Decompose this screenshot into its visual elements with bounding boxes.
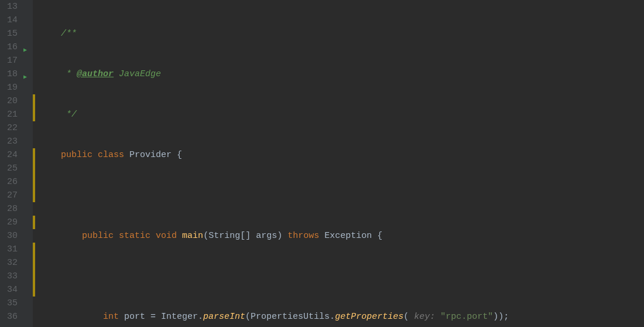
line-number[interactable]: 24 [4,148,18,162]
gutter-markers: ▶▶ [22,0,33,327]
change-marker [33,148,35,202]
line-number[interactable]: 35 [4,297,18,310]
line-number[interactable]: 32 [4,256,18,270]
code-editor[interactable]: 1314151617181920212223242526272829303132… [0,0,644,327]
line-number[interactable]: 25 [4,162,18,175]
line-number[interactable]: 28 [4,202,18,216]
code-line[interactable]: public static void main(String[] args) t… [40,229,572,243]
param-hint: key: [409,312,440,322]
line-number[interactable]: 36 [4,310,18,323]
line-number[interactable]: 21 [4,108,18,121]
line-number[interactable]: 20 [4,94,18,108]
line-number[interactable]: 14 [4,13,18,27]
line-number[interactable]: 16 [4,40,18,54]
change-marker [33,216,35,229]
javadoc-author-tag: @author [77,69,114,79]
code-line[interactable]: */ [40,108,572,121]
line-number[interactable]: 13 [4,0,18,13]
code-area[interactable]: /** * @author JavaEdge */ public class P… [35,0,572,327]
change-marker [33,94,35,121]
line-number[interactable]: 23 [4,135,18,148]
line-number[interactable]: 27 [4,189,18,202]
code-line[interactable] [40,189,572,202]
line-number[interactable]: 29 [4,216,18,229]
line-number[interactable]: 33 [4,270,18,283]
line-number[interactable]: 31 [4,243,18,256]
line-number[interactable]: 15 [4,27,18,40]
run-gutter-icon[interactable]: ▶ [23,70,27,84]
code-line[interactable] [40,270,572,283]
code-line[interactable]: int port = Integer.parseInt(PropertiesUt… [40,310,572,323]
line-number[interactable]: 19 [4,81,18,94]
code-line[interactable]: * @author JavaEdge [40,67,572,81]
line-number[interactable]: 22 [4,121,18,135]
change-marker [33,243,35,297]
code-line[interactable]: public class Provider { [40,148,572,162]
line-number[interactable]: 26 [4,175,18,189]
line-number-gutter: 1314151617181920212223242526272829303132… [0,0,22,327]
line-number[interactable]: 30 [4,229,18,243]
run-gutter-icon[interactable]: ▶ [23,43,27,57]
change-markers [33,0,35,327]
line-number[interactable]: 18 [4,67,18,81]
code-line[interactable]: /** [40,27,572,40]
line-number[interactable]: 17 [4,54,18,67]
line-number[interactable]: 34 [4,283,18,297]
